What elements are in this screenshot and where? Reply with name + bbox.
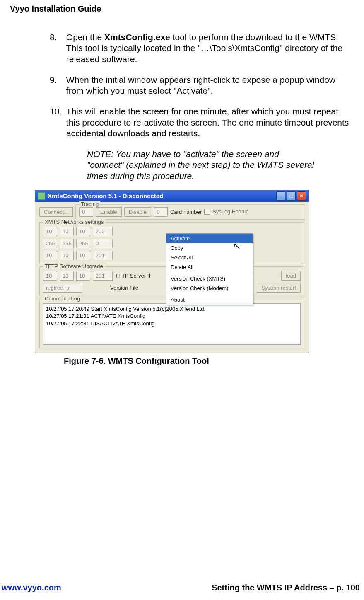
step-9: 9. When the initial window appears right… xyxy=(50,75,350,97)
doc-header: Vyyo Installation Guide xyxy=(10,4,354,14)
body-content: 8. Open the XmtsConfig.exe tool to perfo… xyxy=(50,32,350,181)
version-file-field[interactable]: regtree.rtr xyxy=(43,283,82,293)
step-9-num: 9. xyxy=(50,75,64,85)
menu-version-check-xmts[interactable]: Version Check (XMTS) xyxy=(166,274,253,283)
net-r2-3[interactable]: 0 xyxy=(93,239,113,248)
tracing-disable-button[interactable]: Disable xyxy=(124,207,151,217)
card-num-field[interactable]: 0 xyxy=(154,207,168,217)
version-file-label: Version File xyxy=(110,285,138,291)
window-body: Connect... Tracing 0 Enable Disable 0 Ca… xyxy=(35,202,309,353)
step-8-tool: XmtsConfig.exe xyxy=(104,32,170,42)
menu-about[interactable]: About xyxy=(166,295,253,305)
tftp-ip-1[interactable]: 10 xyxy=(60,271,74,281)
tracing-enable-button[interactable]: Enable xyxy=(96,207,121,217)
tftp-ip-3[interactable]: 201 xyxy=(93,271,113,281)
net-r1-3[interactable]: 202 xyxy=(93,227,113,236)
commandlog-legend: Command Log xyxy=(43,295,82,302)
tftp-ip-0[interactable]: 10 xyxy=(43,271,57,281)
net-r2-2[interactable]: 255 xyxy=(76,239,90,248)
net-r2-1[interactable]: 255 xyxy=(60,239,74,248)
step-8-num: 8. xyxy=(50,32,64,43)
net-r3-3[interactable]: 201 xyxy=(93,251,113,260)
tftp-server-label: TFTP Server II xyxy=(115,273,150,279)
net-r1-0[interactable]: 10 xyxy=(43,227,57,236)
command-log[interactable]: 10/27/05 17:20:49 Start XmtsConfig Versi… xyxy=(43,303,301,345)
step-9-text: When the initial window appears right-cl… xyxy=(66,75,350,97)
step-10-num: 10. xyxy=(50,106,64,117)
net-r2-0[interactable]: 255 xyxy=(43,239,57,248)
figure-caption: Figure 7-6. WMTS Configuration Tool xyxy=(64,356,354,366)
syslog-label: SysLog Enable xyxy=(212,209,248,215)
close-button[interactable]: × xyxy=(297,191,306,201)
step-8-pre: Open the xyxy=(66,32,104,42)
net-r3-1[interactable]: 10 xyxy=(60,251,74,260)
window-titlebar[interactable]: XmtsConfig Version 5.1 - Disconnected _ … xyxy=(35,190,309,202)
step-8-text: Open the XmtsConfig.exe tool to perform … xyxy=(66,32,350,65)
step-8: 8. Open the XmtsConfig.exe tool to perfo… xyxy=(50,32,350,65)
net-r1-1[interactable]: 10 xyxy=(60,227,74,236)
menu-version-check-modem[interactable]: Version Check (Modem) xyxy=(166,283,253,293)
maximize-button[interactable]: □ xyxy=(287,191,296,201)
step-note: NOTE: You may have to "activate" the scr… xyxy=(87,149,317,181)
system-restart-button[interactable]: System restart xyxy=(257,283,301,293)
step-10: 10. This will enable the screen for one … xyxy=(50,106,350,139)
menu-delete-all[interactable]: Delete All xyxy=(166,262,253,272)
net-r3-0[interactable]: 10 xyxy=(43,251,57,260)
net-r3-2[interactable]: 10 xyxy=(76,251,90,260)
footer-section: Setting the WMTS IP Address – p. 100 xyxy=(212,583,360,593)
xmtsconfig-window: XmtsConfig Version 5.1 - Disconnected _ … xyxy=(35,190,309,353)
tracing-val[interactable]: 0 xyxy=(79,207,93,217)
page-footer: www.vyyo.com Setting the WMTS IP Address… xyxy=(0,583,364,593)
commandlog-fieldset: Command Log 10/27/05 17:20:49 Start Xmts… xyxy=(39,299,304,348)
xmts-networks-legend: XMTS Networks settings xyxy=(43,219,105,225)
minimize-button[interactable]: _ xyxy=(276,191,285,201)
window-title: XmtsConfig Version 5.1 - Disconnected xyxy=(48,192,163,199)
tftp-legend: TFTP Software Upgrade xyxy=(43,263,105,269)
tracing-legend: Tracing xyxy=(79,201,100,207)
card-number-label: Card number xyxy=(170,209,202,215)
cursor-icon: ↖ xyxy=(233,241,241,252)
step-10-text: This will enable the screen for one minu… xyxy=(66,106,350,139)
tftp-load-button[interactable]: load xyxy=(281,271,301,281)
app-icon xyxy=(38,192,45,200)
syslog-checkbox[interactable] xyxy=(204,209,210,215)
connect-button[interactable]: Connect... xyxy=(39,207,73,217)
net-r1-2[interactable]: 10 xyxy=(76,227,90,236)
menu-select-all[interactable]: Select All xyxy=(166,253,253,262)
tftp-ip-2[interactable]: 10 xyxy=(76,271,90,281)
footer-url: www.vyyo.com xyxy=(2,583,61,593)
